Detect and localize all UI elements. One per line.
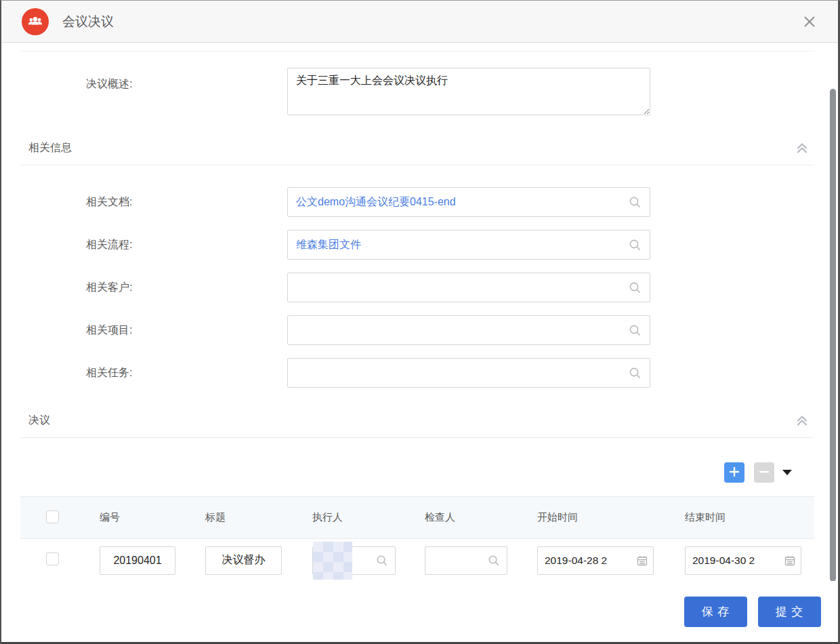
related-fields: 相关文档: 公文demo沟通会议纪要0415-end 相关流程: 维森集团文件 [1,187,838,388]
search-icon [629,281,642,294]
submit-button[interactable]: 提 交 [758,597,821,627]
row-checkbox[interactable] [46,552,59,565]
related-task-label: 相关任务: [86,366,287,380]
minus-icon [758,466,770,480]
summary-field-row: 决议概述: [86,68,838,115]
row-number-input[interactable] [100,546,175,575]
dialog-title: 会议决议 [62,13,114,31]
calendar-icon [637,555,648,566]
executor-picker[interactable] [312,546,396,575]
collapse-related-info-icon[interactable] [794,140,810,156]
table-row: 2019-04-28 2 [20,539,814,581]
related-docs-value: 公文demo沟通会议纪要0415-end [296,195,629,209]
calendar-icon [784,555,795,566]
row-title-input[interactable] [205,546,282,575]
related-docs-picker[interactable]: 公文demo沟通会议纪要0415-end [287,187,650,217]
vertical-scrollbar-thumb[interactable] [830,89,836,581]
related-process-value: 维森集团文件 [296,238,629,252]
redaction-blur [313,542,352,580]
collapse-resolution-icon[interactable] [794,412,810,428]
col-header-title: 标题 [205,511,312,524]
meeting-resolution-dialog: 会议决议 决议概述: 相关信息 相 [0,0,840,644]
summary-label: 决议概述: [86,68,287,92]
search-icon [629,196,642,209]
add-row-button[interactable] [724,462,744,483]
dialog-body: 决议概述: 相关信息 相关文档: 公文demo沟通会议纪要0415-end [1,43,838,581]
end-time-value: 2019-04-30 2 [692,555,782,567]
related-process-picker[interactable]: 维森集团文件 [287,230,650,260]
related-project-picker[interactable] [287,315,650,345]
table-toolbar [1,462,792,483]
close-icon[interactable] [800,12,819,31]
divider [20,51,814,52]
section-resolution: 决议 [20,412,814,438]
section-resolution-title: 决议 [28,414,50,428]
field-related-docs: 相关文档: 公文demo沟通会议纪要0415-end [86,187,838,217]
start-time-value: 2019-04-28 2 [545,555,634,567]
col-header-start-time: 开始时间 [537,511,685,524]
search-icon [376,555,388,567]
dropdown-caret-icon[interactable] [782,470,792,475]
dialog-footer: 保 存 提 交 [1,581,838,642]
related-task-picker[interactable] [287,358,650,388]
col-header-number: 编号 [100,511,205,524]
table-header-row: 编号 标题 执行人 检查人 开始时间 结束时间 [20,496,814,539]
search-icon [629,324,642,337]
search-icon [629,239,642,251]
related-customer-picker[interactable] [287,273,650,302]
start-time-picker[interactable]: 2019-04-28 2 [537,546,654,575]
end-time-picker[interactable]: 2019-04-30 2 [685,546,801,575]
checker-picker[interactable] [425,546,507,575]
related-docs-label: 相关文档: [86,195,287,209]
field-related-project: 相关项目: [86,315,838,345]
field-related-customer: 相关客户: [86,273,838,302]
plus-icon [728,466,740,480]
col-header-end-time: 结束时间 [685,511,807,524]
resolution-table: 编号 标题 执行人 检查人 开始时间 结束时间 [20,496,814,581]
remove-row-button[interactable] [754,462,774,483]
save-button[interactable]: 保 存 [684,597,747,627]
related-customer-label: 相关客户: [86,281,287,295]
col-header-executor: 执行人 [312,511,425,524]
meeting-group-icon [22,8,49,35]
search-icon [488,555,500,567]
summary-textarea[interactable] [287,68,650,115]
select-all-checkbox[interactable] [46,510,59,523]
section-related-info: 相关信息 [20,140,814,165]
field-related-process: 相关流程: 维森集团文件 [86,230,838,260]
field-related-task: 相关任务: [86,358,838,388]
related-process-label: 相关流程: [86,238,287,252]
section-related-info-title: 相关信息 [28,141,72,155]
titlebar: 会议决议 [1,1,838,43]
search-icon [629,367,642,380]
col-header-checker: 检查人 [425,511,537,524]
related-project-label: 相关项目: [86,323,287,338]
